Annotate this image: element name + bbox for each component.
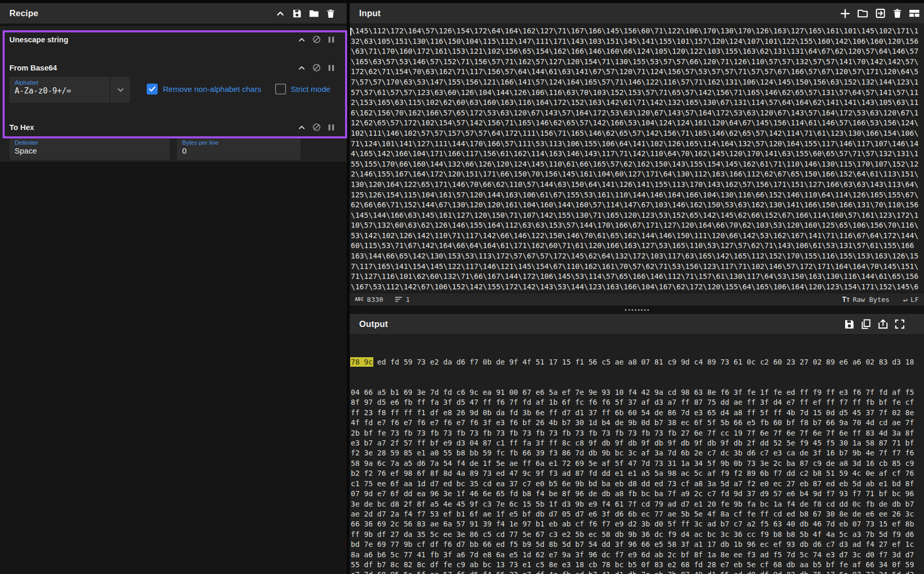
remove-non-alphabet-label[interactable]: Remove non-alphabet chars	[163, 85, 261, 93]
recipe-pane: Recipe Unescape string From Base64	[0, 3, 347, 574]
output-text-line: ae 2d d7 2a f4 f7 53 ef b1 6f ae 1f e5 b…	[351, 509, 923, 519]
output-text-line: 4f fd e7 f6 e7 f6 e7 f6 e7 f6 3f e3 f6 b…	[351, 418, 923, 428]
input-text-line: 163\144\66\65\142\130\153\53\113\172\57\…	[351, 251, 923, 262]
output-text-line: 78 9c ed fd 59 73 e2 da d6 f7 0b de 9f 4…	[351, 357, 923, 367]
delimiter-label: Delimiter	[15, 139, 164, 146]
input-text-line: 71\124\101\141\127\111\144\170\166\57\11…	[351, 139, 923, 149]
input-text-line: \165\63\57\53\146\57\152\71\156\57\71\16…	[351, 57, 923, 67]
output-text-line: e3 b7 a7 2f 57 ff bf e9 d3 04 87 c1 ff f…	[351, 438, 923, 448]
collapse-op-icon[interactable]	[298, 36, 306, 44]
input-text-line: 12\62\65\57\172\102\154\57\142\156\71\16…	[351, 118, 923, 128]
eol-return-icon: ↵	[903, 295, 907, 303]
clear-io-trash-icon[interactable]	[893, 8, 902, 18]
open-folder-icon[interactable]	[857, 8, 868, 19]
collapse-recipe-icon[interactable]	[276, 9, 285, 18]
encoding-value[interactable]: Raw Bytes	[852, 296, 889, 303]
disable-op-icon[interactable]	[312, 63, 321, 72]
breakpoint-pause-icon[interactable]	[327, 123, 335, 132]
text-caret	[350, 28, 351, 36]
bytes-per-line-field[interactable]: Bytes per line 0	[177, 137, 301, 160]
input-text[interactable]: \145\112\172\164\57\126\154\172\64\164\1…	[351, 26, 923, 292]
input-text-line: 7\117\165\141\154\145\122\117\146\121\14…	[351, 262, 923, 272]
input-text-line: 53\142\102\126\142\110\71\117\142\66\146…	[351, 231, 923, 241]
input-text-line: 7\57\57\170\63\53\147\155\156\121\166\14…	[351, 77, 923, 88]
input-text-line: 2\146\155\167\164\172\120\151\171\66\150…	[351, 169, 923, 180]
input-layout-tabs-icon[interactable]	[909, 8, 920, 18]
strict-mode-label[interactable]: Strict mode	[291, 85, 330, 93]
alphabet-value[interactable]: A-Za-z0-9+/=	[15, 86, 71, 96]
output-text-line: 66 36 69 2c 56 83 ae 6a 57 91 39 f4 1e 9…	[351, 519, 923, 529]
output-title: Output	[359, 319, 388, 329]
input-text-line: 55\155\170\66\160\144\132\66\126\120\124…	[351, 159, 923, 170]
operation-unescape-string[interactable]: Unescape string	[0, 26, 347, 54]
delimiter-value[interactable]: Space	[15, 146, 37, 155]
output-text-line: 07 9d e7 6f dd ea 96 3e 1f 46 6e 65 fd b…	[351, 489, 923, 499]
recipe-header: Recipe	[0, 3, 347, 24]
operation-title: Unescape string	[9, 36, 68, 44]
output-text[interactable]: 78 9c ed fd 59 73 e2 da d6 f7 0b de 9f 4…	[351, 337, 923, 574]
clear-recipe-trash-icon[interactable]	[326, 9, 335, 18]
input-text-line: 71\127\116\101\62\60\132\71\66\167\144\1…	[351, 272, 923, 282]
strict-mode-checkbox[interactable]	[275, 84, 286, 95]
output-text-line: c7 7d 69 95 5a 5f ee 57 f6 d5 f4 66 22 e…	[351, 570, 923, 574]
breakpoint-pause-icon[interactable]	[327, 36, 335, 44]
input-pane: Input \145\112\172\164\57\126\154\172\64…	[350, 3, 924, 306]
output-text-line: 8f 97 d5 e6 fb ff fa 3f d5 47 ff f6 7f f…	[351, 397, 923, 407]
line-count: 1	[406, 296, 410, 303]
input-text-line: 62\66\66\71\152\144\67\130\120\120\161\1…	[351, 200, 923, 210]
disable-op-icon[interactable]	[312, 35, 321, 44]
output-text-line: 3e de bc d8 2f 8f a5 4e 45 9f c3 7e 6c 1…	[351, 499, 923, 509]
output-header: Output	[350, 314, 924, 335]
output-text-line: 2b bf fe 73 fb 73 fb 73 fb 73 fb 73 fb 7…	[351, 428, 923, 438]
alphabet-dropdown[interactable]	[111, 77, 130, 103]
char-count-icon: ABC	[355, 297, 364, 302]
collapse-op-icon[interactable]	[298, 64, 306, 72]
remove-non-alphabet-checkbox[interactable]	[147, 84, 158, 95]
disable-op-icon[interactable]	[312, 123, 321, 132]
input-text-line: 6\162\156\70\162\166\57\65\172\53\63\120…	[351, 108, 923, 119]
output-text-line: f2 3e 28 59 85 e1 a0 55 b8 bb 59 fc fb 6…	[351, 448, 923, 458]
output-text-line: 55 df b7 8c 82 8c df fe c9 ab bc 13 73 e…	[351, 560, 923, 570]
line-count-icon	[395, 296, 402, 302]
input-text-line: 130\120\164\122\65\171\146\70\66\62\110\…	[351, 180, 923, 190]
alphabet-field[interactable]: Alphabet A-Za-z0-9+/=	[9, 77, 110, 103]
save-recipe-icon[interactable]	[292, 9, 302, 18]
char-count: 8330	[367, 296, 383, 303]
input-text-line: \167\53\112\142\67\106\152\142\155\172\1…	[351, 282, 923, 292]
input-text-line: 57\57\61\57\57\123\63\60\126\104\144\126…	[351, 88, 923, 98]
input-title: Input	[359, 8, 381, 18]
save-output-icon[interactable]	[844, 319, 855, 330]
operation-to-hex[interactable]: To Hex Delimiter Space Bytes per line 0	[0, 115, 347, 163]
output-pane: Output 78 9c ed fd 59 73 e2 da d6 f7 0b …	[350, 314, 924, 574]
input-text-line: 2\153\165\63\115\102\62\60\63\160\163\11…	[351, 98, 923, 108]
bytes-per-line-label: Bytes per line	[182, 139, 295, 146]
replace-input-with-output-icon[interactable]	[878, 319, 889, 330]
copy-output-icon[interactable]	[861, 319, 871, 330]
output-text-line: 8a a6 b6 5c 77 41 fb 3f a6 7d e8 6a e5 1…	[351, 550, 923, 560]
input-text-line: 32\63\105\151\130\116\150\104\115\112\14…	[351, 37, 923, 47]
splitter-drag-handle[interactable]	[625, 309, 649, 311]
output-text-line: ff 23 f8 ff ff f1 df e8 26 9d 0b da fd 3…	[351, 408, 923, 418]
character-encoding-icon: TT	[842, 295, 849, 303]
input-text-line: 102\111\146\102\57\57\157\57\57\64\172\1…	[351, 128, 923, 139]
collapse-op-icon[interactable]	[298, 123, 306, 132]
maximize-output-icon[interactable]	[895, 319, 905, 329]
output-text-line: ff 9b df 27 da 35 5c ee 3e 86 c5 cd 77 5…	[351, 530, 923, 540]
horizontal-splitter[interactable]	[350, 306, 924, 314]
highlighted-bytes: 78 9c	[351, 358, 373, 366]
load-recipe-folder-icon[interactable]	[309, 8, 319, 18]
output-text-line: 58 9a 6c 7a a5 d6 7a 54 f4 de 1f 5e ae f…	[351, 459, 923, 468]
breakpoint-pause-icon[interactable]	[327, 64, 335, 72]
eol-value[interactable]: LF	[910, 296, 919, 303]
add-input-tab-icon[interactable]	[840, 8, 850, 19]
delimiter-field[interactable]: Delimiter Space	[9, 137, 170, 160]
input-text-line: \145\112\172\164\57\126\154\172\64\164\1…	[351, 26, 923, 37]
output-text-line: c1 75 ee 6f aa 1d d7 ed bc 35 cd ea 37 c…	[351, 479, 923, 489]
operation-from-base64[interactable]: From Base64 Alphabet A-Za-z0-9+/= Remove…	[0, 53, 347, 116]
output-text-line: b2 f2 76 ef 98 6f 8f 8d 4a 89 73 ed 47 9…	[351, 468, 923, 478]
output-text-line: bd 7e 69 77 9b cf df f6 d7 bb 66 ed f5 b…	[351, 540, 923, 549]
bytes-per-line-value[interactable]: 0	[182, 146, 186, 155]
input-header: Input	[350, 3, 924, 24]
chevron-down-icon	[117, 88, 124, 92]
open-file-as-input-icon[interactable]	[875, 8, 886, 19]
